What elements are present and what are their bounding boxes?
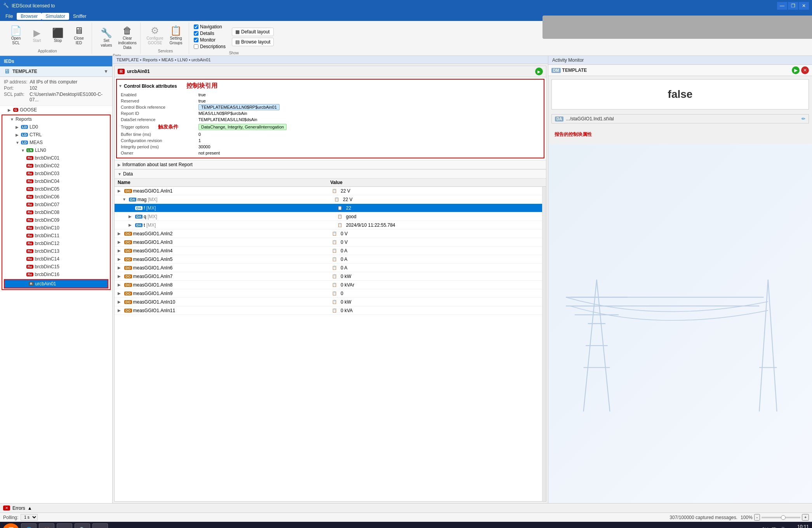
sidebar-item-brcbdinc16[interactable]: Re brcbDinC16: [2, 271, 110, 278]
table-row[interactable]: ▶ DO measGGIO1.AnIn4 📋 0 A: [115, 247, 542, 255]
monitor-checkbox[interactable]: Monitor: [194, 37, 226, 43]
ctrl-label: CTRL: [30, 132, 42, 137]
minimize-btn[interactable]: —: [777, 2, 787, 10]
table-row[interactable]: ▶ DO measGGIO1.AnIn7 📋 0 kW: [115, 272, 542, 281]
sidebar-item-lln0[interactable]: ▼ LN LLN0: [2, 146, 110, 154]
sidebar-item-brcbdinc03[interactable]: Re brcbDinC03: [2, 170, 110, 177]
open-scl-button[interactable]: 📄 Open SCL: [6, 24, 26, 47]
sidebar-item-meas[interactable]: ▼ LD MEAS: [2, 139, 110, 146]
sidebar-item-brcbdinc01[interactable]: Re brcbDinC01: [2, 154, 110, 162]
table-row[interactable]: ▶ DO measGGIO1.AnIn6 📋 0 A: [115, 264, 542, 272]
brcbdinc05-badge: Re: [26, 187, 33, 191]
sidebar-item-brcbdinc05[interactable]: Re brcbDinC05: [2, 185, 110, 193]
sidebar-item-brcbdinc08[interactable]: Re brcbDinC08: [2, 208, 110, 216]
configure-goose-button[interactable]: ⚙ Configure GOOSE: [145, 24, 165, 47]
sidebar-item-brcbdinc15[interactable]: Re brcbDinC15: [2, 263, 110, 271]
cb-label-reference: Control Block reference: [118, 104, 196, 110]
table-row[interactable]: ▶ DO measGGIO1.AnIn1 📋 22 V: [115, 187, 542, 195]
am-play-button[interactable]: ▶: [792, 66, 800, 74]
cb-row-config: Configuration revision 1: [118, 137, 542, 144]
am-close-button[interactable]: ✕: [801, 66, 809, 74]
data-scrollbar[interactable]: [542, 187, 546, 501]
descriptions-checkbox[interactable]: Descriptions: [194, 44, 226, 49]
sidebar-item-urcbain01[interactable]: R urcbAin01: [5, 280, 108, 288]
start-button[interactable]: ▶ Start: [27, 26, 47, 45]
brcbdinc04-badge: Re: [26, 179, 33, 183]
taskbar-media-button[interactable]: ▶: [57, 523, 72, 528]
table-row[interactable]: ▶ DO measGGIO1.AnIn8 📋 0 kVAr: [115, 281, 542, 289]
data-section: ▼ Data Name Value ▶ DO measGGIO1.AnIn1 📋: [115, 169, 546, 501]
set-values-button[interactable]: 🔧 Set values: [97, 26, 116, 50]
stop-button[interactable]: ⬛ Stop: [48, 26, 68, 45]
control-block: ▼ Control Block attributes 控制块引用 Enabled…: [116, 79, 544, 158]
navigation-checkbox[interactable]: Navigation: [194, 24, 226, 30]
close-btn[interactable]: ✕: [799, 2, 809, 10]
info-section-header[interactable]: ▶ Information about last sent Report: [115, 160, 546, 169]
start-button[interactable]: ⊞: [3, 523, 19, 528]
zoom-slider[interactable]: [762, 517, 800, 518]
sidebar-item-reports[interactable]: ▼ Reports: [2, 115, 110, 123]
menu-file[interactable]: File: [2, 13, 17, 20]
sidebar-item-brcbdinc04[interactable]: Re brcbDinC04: [2, 177, 110, 185]
sidebar-item-brcbdinc13[interactable]: Re brcbDinC13: [2, 247, 110, 255]
table-row[interactable]: ▼ DA mag [MX] 📋 22 V: [115, 195, 542, 204]
ctrl-badge: LD: [21, 133, 28, 137]
setting-groups-icon: 📋: [170, 26, 182, 35]
am-edit-button[interactable]: ✏: [802, 116, 805, 122]
taskbar-folder-button[interactable]: 📁: [39, 523, 54, 528]
sidebar-item-brcbdinc07[interactable]: Re brcbDinC07: [2, 201, 110, 208]
sidebar-item-brcbdinc06[interactable]: Re brcbDinC06: [2, 193, 110, 201]
menu-browser[interactable]: Browser: [17, 13, 42, 20]
sidebar-item-ld0[interactable]: ▶ LD LD0: [2, 123, 110, 131]
setting-groups-button[interactable]: 📋 Setting Groups: [166, 24, 186, 47]
zoom-plus-button[interactable]: +: [802, 514, 809, 521]
sidebar-item-brcbdinc11[interactable]: Re brcbDinC11: [2, 232, 110, 240]
report-play-button[interactable]: ▶: [535, 68, 543, 75]
port-value: 102: [30, 85, 37, 91]
sidebar-item-ctrl[interactable]: ▶ LD CTRL: [2, 131, 110, 139]
table-row[interactable]: ▶ DA q [MX] 📋 good: [115, 212, 542, 221]
errors-badge: ✕: [3, 505, 10, 511]
close-ied-button[interactable]: 🖥 Close IED: [69, 24, 89, 47]
table-row[interactable]: DA f [MX] 📋 22: [115, 204, 542, 212]
maximize-btn[interactable]: ❐: [788, 2, 798, 10]
browse-layout-button[interactable]: ▤ Browse layout: [232, 38, 274, 46]
sidebar-item-brcbdinc02[interactable]: Re brcbDinC02: [2, 162, 110, 170]
sidebar-item-brcbdinc12[interactable]: Re brcbDinC12: [2, 240, 110, 247]
table-row[interactable]: ▶ DO measGGIO1.AnIn10 📋 0 kW: [115, 298, 542, 306]
taskbar-cmd-button[interactable]: ■: [92, 523, 108, 528]
sidebar-item-brcbdinc09[interactable]: Re brcbDinC09: [2, 216, 110, 224]
cb-row-reference: Control Block reference TEMPLATEMEAS/LLN…: [118, 104, 542, 110]
control-block-title: Control Block attributes: [124, 83, 177, 89]
close-ied-label: Close IED: [70, 36, 87, 45]
close-ied-icon: 🖥: [74, 26, 83, 35]
table-row[interactable]: ▶ DO measGGIO1.AnIn9 📋 0: [115, 289, 542, 298]
menu-sniffer[interactable]: Sniffer: [69, 13, 90, 20]
sidebar-tree: ▶ G GOOSE ▼ Reports ▶ LD LD0 ▶ LD CTR: [0, 106, 112, 503]
sidebar-item-goose[interactable]: ▶ G GOOSE: [0, 106, 112, 114]
table-row[interactable]: ▶ DA t [MX] 📋 2024/9/10 11:22:55.784: [115, 221, 542, 229]
data-table: ▶ DO measGGIO1.AnIn1 📋 22 V ▼ DA mag [MX…: [115, 187, 542, 501]
reports-label: Reports: [16, 116, 32, 122]
polling-select[interactable]: 1 s 2 s 5 s: [21, 514, 38, 521]
title-text: IEDScout licensed to: [12, 3, 777, 9]
am-device-badge: DM: [551, 68, 561, 73]
sidebar-item-brcbdinc10[interactable]: Re brcbDinC10: [2, 224, 110, 232]
sidebar-device[interactable]: 🖥 TEMPLATE ▼: [0, 66, 112, 77]
cb-value-dataset: TEMPLATEMEAS/LLN0$dsAin: [196, 116, 542, 123]
table-row[interactable]: ▶ DO measGGIO1.AnIn2 📋 0 V: [115, 229, 542, 238]
zoom-minus-button[interactable]: -: [754, 514, 760, 521]
taskbar-ie-button[interactable]: 🌐: [21, 523, 37, 528]
table-row[interactable]: ▶ DO measGGIO1.AnIn11 📋 0 kVA: [115, 306, 542, 315]
brcbdinc02-badge: Re: [26, 164, 33, 168]
data-section-header[interactable]: ▼ Data: [115, 169, 546, 179]
details-checkbox[interactable]: Details: [194, 31, 226, 36]
sidebar-item-brcbdinc14[interactable]: Re brcbDinC14: [2, 255, 110, 263]
table-row[interactable]: ▶ DO measGGIO1.AnIn3 📋 0 V: [115, 238, 542, 247]
default-layout-button[interactable]: ▦ Default layout: [232, 28, 274, 36]
table-row[interactable]: ▶ DO measGGIO1.AnIn5 📋 0 A: [115, 255, 542, 264]
menu-simulator[interactable]: Simulator: [42, 13, 69, 20]
clear-indications-button[interactable]: 🗑 Clear indications Data: [118, 24, 137, 52]
cb-row-dataset: DataSet reference TEMPLATEMEAS/LLN0$dsAi…: [118, 116, 542, 123]
taskbar-app-button[interactable]: 🔍: [75, 523, 90, 528]
